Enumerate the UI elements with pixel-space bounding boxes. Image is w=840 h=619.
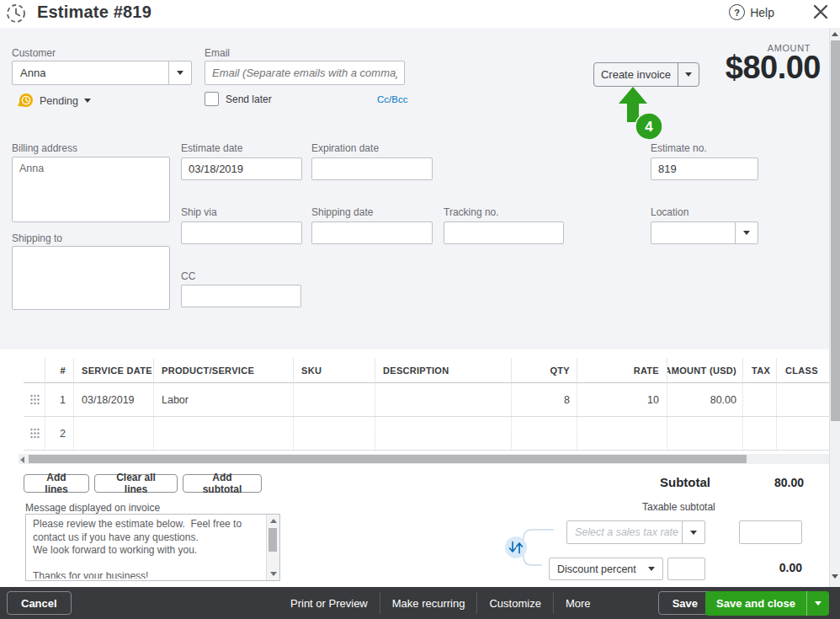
estimate-no-input[interactable]	[651, 157, 758, 180]
cell-service-date[interactable]	[73, 417, 153, 450]
send-later-checkbox[interactable]	[205, 92, 219, 106]
cell-product-service[interactable]	[153, 417, 293, 450]
invoice-message-text[interactable]: Please review the estimate below. Feel f…	[33, 518, 263, 579]
estimate-date-label: Estimate date	[181, 142, 242, 154]
cell-qty[interactable]: 8	[511, 383, 577, 416]
customer-select[interactable]: Anna	[12, 61, 192, 85]
sales-tax-amount-input[interactable]	[739, 520, 802, 544]
email-label: Email	[205, 47, 230, 59]
cell-tax[interactable]	[742, 383, 776, 416]
drag-handle-icon[interactable]	[24, 383, 45, 416]
divider	[476, 592, 477, 614]
close-icon[interactable]	[811, 3, 830, 21]
cell-sku[interactable]	[293, 417, 375, 450]
history-icon[interactable]	[5, 3, 27, 24]
shipping-to-field[interactable]	[12, 246, 170, 310]
send-later-label: Send later	[226, 93, 272, 105]
create-invoice-dropdown[interactable]	[678, 63, 699, 86]
discount-value-input[interactable]	[667, 558, 705, 580]
invoice-message-field[interactable]: Please review the estimate below. Feel f…	[25, 514, 280, 581]
add-lines-button[interactable]: Add lines	[24, 474, 89, 493]
cell-service-date[interactable]: 03/18/2019	[73, 383, 153, 416]
cc-label: CC	[181, 270, 195, 282]
divider	[380, 592, 380, 614]
horizontal-scroll-thumb[interactable]	[29, 455, 747, 463]
make-recurring-button[interactable]: Make recurring	[392, 597, 465, 610]
tracking-no-input[interactable]	[444, 221, 564, 244]
save-and-close-button[interactable]: Save and close	[705, 591, 829, 616]
table-row[interactable]: 2	[24, 417, 836, 451]
tutorial-step-arrow: 4	[617, 87, 666, 142]
help-icon: ?	[729, 4, 745, 20]
horizontal-scrollbar[interactable]	[19, 454, 829, 464]
chevron-down-icon	[815, 601, 821, 606]
invoice-message-label: Message displayed on invoice	[25, 502, 160, 514]
clear-all-lines-button[interactable]: Clear all lines	[94, 474, 178, 493]
email-input[interactable]	[205, 61, 405, 85]
send-later-option[interactable]: Send later	[205, 92, 272, 106]
vertical-scrollbar[interactable]	[829, 28, 840, 587]
cell-class[interactable]	[776, 383, 836, 416]
col-qty: QTY	[511, 358, 577, 383]
scroll-up-icon[interactable]	[270, 519, 277, 523]
customer-label: Customer	[12, 47, 56, 59]
discount-total-value: 0.00	[779, 561, 802, 574]
save-and-close-dropdown[interactable]	[806, 591, 829, 616]
cell-tax[interactable]	[742, 417, 776, 450]
location-select-toggle[interactable]	[735, 222, 758, 243]
table-row[interactable]: 1 03/18/2019 Labor 8 10 80.00	[24, 383, 836, 417]
cancel-button[interactable]: Cancel	[7, 591, 72, 615]
vertical-scroll-thumb[interactable]	[831, 40, 840, 421]
expiration-date-label: Expiration date	[311, 142, 379, 154]
sales-tax-select-toggle[interactable]	[682, 521, 704, 543]
page-title: Estimate #819	[37, 3, 152, 22]
chevron-down-icon	[685, 72, 692, 77]
cell-description[interactable]	[375, 417, 511, 450]
help-button[interactable]: ? Help	[729, 4, 774, 20]
drag-handle-icon[interactable]	[24, 417, 45, 450]
chevron-down-icon	[743, 231, 750, 235]
cell-amount[interactable]: 80.00	[667, 383, 742, 416]
create-invoice-button[interactable]: Create invoice	[593, 62, 699, 87]
cell-qty[interactable]	[511, 417, 577, 450]
save-button[interactable]: Save	[658, 591, 712, 615]
scroll-up-icon[interactable]	[832, 32, 838, 36]
create-invoice-label: Create invoice	[594, 68, 678, 81]
cell-rate[interactable]: 10	[577, 383, 667, 416]
cell-class[interactable]	[776, 417, 836, 450]
shipping-date-input[interactable]	[311, 221, 433, 244]
cell-amount[interactable]	[667, 417, 742, 450]
message-scrollbar[interactable]	[266, 515, 279, 580]
ship-via-label: Ship via	[181, 206, 217, 218]
swap-order-icon[interactable]	[505, 536, 527, 558]
cc-input[interactable]	[181, 285, 301, 307]
add-subtotal-button[interactable]: Add subtotal	[183, 474, 262, 493]
scroll-left-icon[interactable]	[20, 456, 24, 463]
pending-clock-icon	[17, 93, 34, 109]
col-num: #	[45, 358, 73, 383]
billing-address-field[interactable]: Anna	[12, 157, 170, 222]
discount-type-select[interactable]: Discount percent	[549, 558, 663, 580]
status-badge[interactable]: Pending	[17, 93, 91, 109]
cell-rate[interactable]	[577, 417, 667, 450]
expiration-date-input[interactable]	[311, 157, 433, 180]
estimate-date-input[interactable]	[181, 157, 302, 180]
more-button[interactable]: More	[566, 597, 591, 610]
cell-sku[interactable]	[293, 383, 375, 416]
scroll-down-icon[interactable]	[832, 574, 838, 579]
customer-select-toggle[interactable]	[168, 61, 191, 84]
sales-tax-select[interactable]: Select a sales tax rate	[566, 520, 705, 544]
cc-bcc-link[interactable]: Cc/Bcc	[377, 94, 407, 104]
chevron-down-icon	[690, 531, 697, 535]
cell-description[interactable]	[375, 383, 511, 416]
ship-via-input[interactable]	[181, 221, 302, 244]
print-or-preview-button[interactable]: Print or Preview	[290, 597, 368, 610]
subtotal-value: 80.00	[774, 476, 804, 489]
tracking-no-label: Tracking no.	[444, 206, 499, 218]
cell-product-service[interactable]: Labor	[153, 383, 293, 416]
col-product-service: PRODUCT/SERVICE	[153, 358, 293, 383]
customize-button[interactable]: Customize	[489, 597, 540, 610]
message-scroll-thumb[interactable]	[268, 528, 277, 552]
scroll-down-icon[interactable]	[270, 572, 277, 576]
location-select[interactable]	[651, 221, 758, 244]
